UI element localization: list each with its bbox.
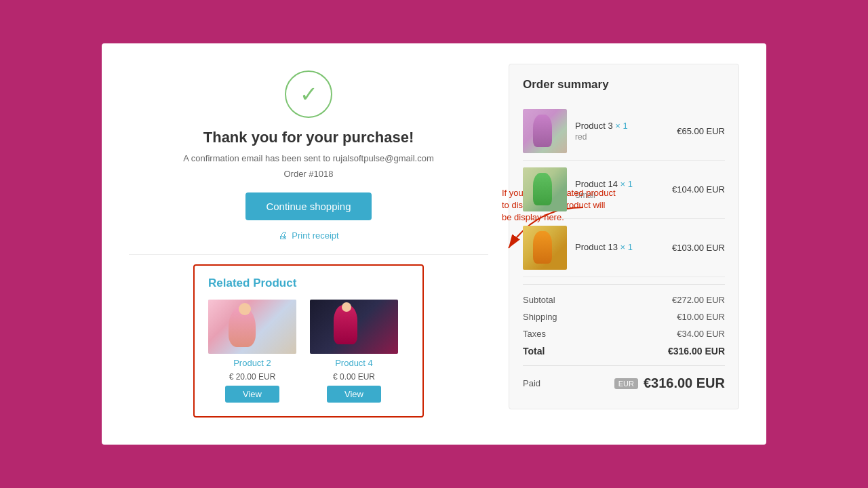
order-summary-panel: Order summary Product 3 × 1 red €65.00 E…	[509, 64, 739, 409]
product-3-details: Product 3 × 1 red	[575, 121, 669, 142]
product-13-name: Product 13 × 1	[575, 242, 664, 252]
print-receipt-label: Print receipt	[292, 230, 338, 241]
product-13-quantity: × 1	[620, 242, 633, 252]
product-3-quantity: × 1	[615, 121, 627, 131]
paid-row: Paid EUR €316.00 EUR	[523, 371, 725, 395]
product-3-variant: red	[575, 132, 669, 142]
print-receipt-link[interactable]: 🖨 Print receipt	[278, 230, 338, 241]
products-row: Product 2 € 20.00 EUR View Product 4 € 0…	[208, 300, 409, 403]
product-2-price: € 20.00 EUR	[229, 372, 276, 382]
left-section: ✓ Thank you for your purchase! A confirm…	[129, 64, 488, 418]
paid-amount: EUR €316.00 EUR	[614, 375, 725, 391]
order-item-product3: Product 3 × 1 red €65.00 EUR	[523, 102, 725, 161]
shipping-row: Shipping €10.00 EUR	[523, 308, 725, 325]
checkmark-icon: ✓	[300, 83, 318, 105]
product-2-view-button[interactable]: View	[225, 386, 279, 403]
product-3-price: €65.00 EUR	[677, 126, 725, 136]
total-label: Total	[523, 346, 545, 357]
related-products-box: Related Product Product 2 € 20.00 EUR Vi…	[193, 264, 424, 418]
subtotal-value: €272.00 EUR	[672, 295, 725, 305]
total-row: Total €316.00 EUR	[523, 342, 725, 360]
related-products-title: Related Product	[208, 277, 409, 290]
subtotal-row: Subtotal €272.00 EUR	[523, 291, 725, 308]
eur-badge: EUR	[614, 378, 638, 389]
product-14-thumbnail	[523, 167, 567, 211]
order-item-product13: Product 13 × 1 €103.00 EUR	[523, 219, 725, 277]
product-4-view-button[interactable]: View	[327, 386, 381, 403]
product-14-price: €104.00 EUR	[672, 184, 725, 195]
continue-shopping-button[interactable]: Continue shopping	[245, 192, 371, 220]
product-13-price: €103.00 EUR	[672, 243, 725, 253]
product-card-2: Product 2 € 20.00 EUR View	[208, 300, 296, 403]
taxes-label: Taxes	[523, 329, 546, 339]
taxes-value: €34.00 EUR	[677, 329, 725, 339]
product-14-quantity: × 1	[620, 179, 633, 189]
success-icon: ✓	[285, 70, 332, 118]
subtotal-label: Subtotal	[523, 295, 555, 305]
order-summary-title: Order summary	[523, 78, 725, 92]
product-3-thumbnail	[523, 109, 567, 153]
page-container: ✓ Thank you for your purchase! A confirm…	[102, 43, 766, 445]
product-3-name: Product 3 × 1	[575, 121, 669, 131]
section-divider	[129, 254, 488, 255]
shipping-value: €10.00 EUR	[677, 312, 725, 322]
product-13-thumbnail	[523, 226, 567, 270]
print-icon: 🖨	[278, 230, 288, 241]
product-2-image	[208, 300, 296, 354]
confirmation-email: A confirmation email has been sent to ru…	[183, 153, 433, 163]
product-card-4: Product 4 € 0.00 EUR View	[310, 300, 398, 403]
product-4-image	[310, 300, 398, 354]
order-number: Order #1018	[284, 169, 334, 179]
product-2-name: Product 2	[233, 358, 271, 368]
product-13-details: Product 13 × 1	[575, 242, 664, 253]
thank-you-title: Thank you for your purchase!	[203, 129, 414, 146]
total-value: €316.00 EUR	[668, 346, 725, 357]
summary-divider-2	[523, 365, 725, 366]
shipping-label: Shipping	[523, 312, 557, 322]
paid-value: €316.00 EUR	[644, 375, 725, 391]
paid-label: Paid	[523, 378, 540, 388]
product-4-price: € 0.00 EUR	[333, 372, 375, 382]
taxes-row: Taxes €34.00 EUR	[523, 325, 725, 342]
product-4-name: Product 4	[335, 358, 373, 368]
order-item-product14: Product 14 × 1 Small €104.00 EUR	[523, 161, 725, 219]
summary-divider-1	[523, 284, 725, 285]
